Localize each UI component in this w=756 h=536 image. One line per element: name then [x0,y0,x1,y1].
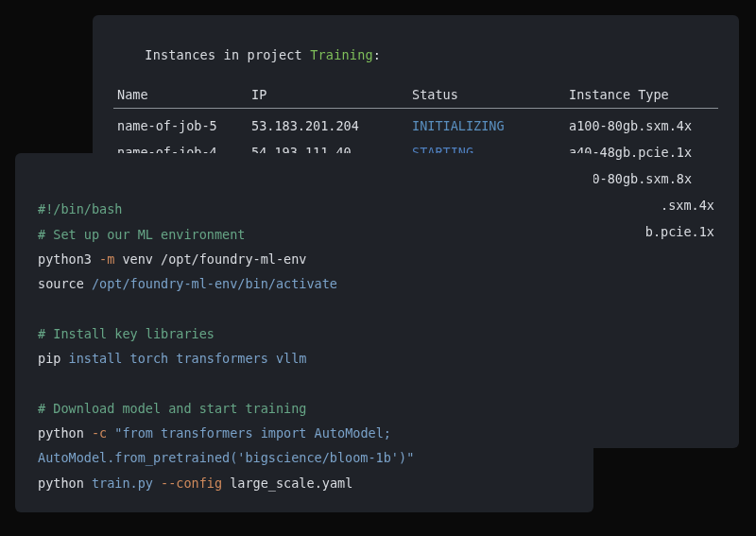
cmd-pip: pip [38,351,69,366]
table-row[interactable]: name-of-job-553.183.201.204INITIALIZINGa… [113,109,718,139]
activate-path: /opt/foundry-ml-env/bin/activate [92,276,337,291]
py-inline-1: "from transformers import AutoModel; [107,425,391,441]
col-type: Instance Type [569,87,714,102]
comment-libs: # Install key libraries [38,326,215,341]
flag-config: --config [161,475,222,491]
cmd-python-train: python [38,475,92,491]
comment-env: # Set up our ML environment [38,227,245,242]
table-header-row: Name IP Status Instance Type [113,81,718,109]
header-suffix: : [373,47,381,62]
cell-name: name-of-job-5 [117,118,251,133]
shebang: #!/bin/bash [38,201,122,216]
header-prefix: Instances in project [145,47,310,62]
col-status: Status [412,87,569,102]
col-name: Name [117,87,251,102]
cell-type: a100-80gb.sxm.4x [569,118,714,133]
comment-train: # Download model and start training [38,401,306,416]
script-code: #!/bin/bash # Set up our ML environment … [38,172,571,495]
config-arg: large_scale.yaml [222,475,352,491]
pip-args: install torch transformers vllm [69,351,307,366]
flag-c: -c [92,425,107,441]
project-name: Training [310,47,373,62]
flag-m: -m [99,251,114,267]
cmd-venv: python3 [38,251,99,267]
col-ip: IP [251,87,412,102]
train-file: train.py [92,475,161,491]
py-inline-2: AutoModel.from_pretrained('bigscience/bl… [38,450,414,465]
cell-ip: 53.183.201.204 [251,118,412,133]
cmd-python-c: python [38,425,92,441]
cmd-source: source [38,276,92,291]
instances-header: Instances in project Training: [113,32,718,78]
cell-status: INITIALIZING [412,118,569,133]
venv-path-arg: venv /opt/foundry-ml-env [114,251,306,267]
script-panel: #!/bin/bash # Set up our ML environment … [15,153,593,512]
